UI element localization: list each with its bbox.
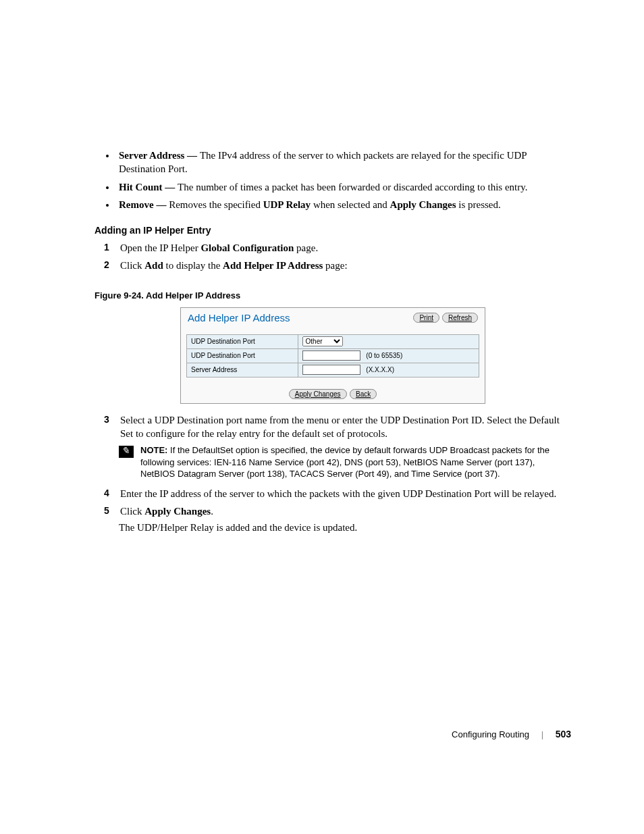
step-text: Click bbox=[120, 260, 144, 271]
step-number: 4 bbox=[104, 487, 109, 500]
field-cell: Other bbox=[298, 334, 479, 348]
screenshot-titlebar: Add Helper IP Address Print Refresh bbox=[181, 308, 485, 330]
list-item: Remove — Removes the specified UDP Relay… bbox=[116, 198, 571, 211]
step-number: 1 bbox=[104, 241, 109, 254]
text: is pressed. bbox=[456, 199, 501, 210]
note-label: NOTE: bbox=[140, 445, 167, 455]
subheading: Adding an IP Helper Entry bbox=[95, 225, 571, 236]
range-hint: (0 to 65535) bbox=[366, 352, 402, 359]
form-table: UDP Destination Port Other UDP Destinati… bbox=[186, 334, 479, 377]
note-block: NOTE: If the DefaultSet option is specif… bbox=[119, 444, 571, 480]
screenshot-panel: Add Helper IP Address Print Refresh UDP … bbox=[180, 307, 485, 404]
text-bold: Apply Changes bbox=[390, 199, 456, 210]
term: Server Address — bbox=[119, 150, 200, 161]
step-text: . bbox=[211, 506, 213, 517]
step-list-cont: 3 Select a UDP Destination port name fro… bbox=[95, 413, 571, 441]
field-cell: (X.X.X.X) bbox=[298, 363, 479, 377]
step-text: to display the bbox=[163, 260, 223, 271]
format-hint: (X.X.X.X) bbox=[366, 366, 394, 373]
table-row: Server Address (X.X.X.X) bbox=[187, 363, 479, 377]
page-number: 503 bbox=[556, 729, 571, 739]
step-text: Enter the IP address of the server to wh… bbox=[120, 488, 556, 499]
step-item: 3 Select a UDP Destination port name fro… bbox=[116, 413, 571, 441]
step-item: 1 Open the IP Helper Global Configuratio… bbox=[116, 241, 571, 255]
button-row: Apply Changes Back bbox=[181, 383, 485, 403]
text: Removes the specified bbox=[169, 199, 263, 210]
page-footer: Configuring Routing | 503 bbox=[452, 729, 571, 739]
step-text: page. bbox=[294, 242, 318, 253]
list-item: Server Address — The IPv4 address of the… bbox=[116, 149, 571, 176]
step-number: 5 bbox=[104, 504, 109, 517]
table-row: UDP Destination Port (0 to 65535) bbox=[187, 348, 479, 363]
step-text: Click bbox=[120, 506, 144, 517]
figure-caption: Figure 9-24. Add Helper IP Address bbox=[95, 290, 571, 301]
field-label: UDP Destination Port bbox=[187, 334, 298, 348]
server-address-input[interactable] bbox=[302, 365, 360, 375]
section-name: Configuring Routing bbox=[452, 729, 529, 739]
separator: | bbox=[541, 729, 543, 739]
screenshot-form: UDP Destination Port Other UDP Destinati… bbox=[181, 334, 485, 383]
text-bold: UDP Relay bbox=[263, 199, 311, 210]
udp-port-select[interactable]: Other bbox=[302, 336, 343, 346]
back-button[interactable]: Back bbox=[350, 389, 377, 399]
field-label: UDP Destination Port bbox=[187, 348, 298, 363]
step-list-cont2: 4 Enter the IP address of the server to … bbox=[95, 487, 571, 519]
step-text: Select a UDP Destination port name from … bbox=[120, 415, 560, 439]
note-text: If the DefaultSet option is specified, t… bbox=[140, 445, 549, 479]
step-bold: Global Configuration bbox=[200, 242, 294, 253]
step-number: 2 bbox=[104, 259, 109, 271]
field-cell: (0 to 65535) bbox=[298, 348, 479, 363]
step-text: Open the IP Helper bbox=[120, 242, 200, 253]
step-item: 4 Enter the IP address of the server to … bbox=[116, 487, 571, 500]
step-item: 2 Click Add to display the Add Helper IP… bbox=[116, 259, 571, 272]
document-page: Server Address — The IPv4 address of the… bbox=[0, 0, 644, 834]
step-item: 5 Click Apply Changes. bbox=[116, 504, 571, 518]
note-icon bbox=[119, 446, 134, 458]
text: when selected and bbox=[311, 199, 390, 210]
apply-changes-button[interactable]: Apply Changes bbox=[289, 389, 347, 399]
refresh-button[interactable]: Refresh bbox=[442, 313, 478, 323]
definition: The number of times a packet has been fo… bbox=[178, 182, 527, 192]
table-row: UDP Destination Port Other bbox=[187, 334, 479, 348]
field-label: Server Address bbox=[187, 363, 298, 377]
step-number: 3 bbox=[104, 413, 109, 426]
term: Remove — bbox=[119, 199, 169, 210]
step-bold: Apply Changes bbox=[144, 506, 211, 517]
definition-list: Server Address — The IPv4 address of the… bbox=[95, 149, 571, 211]
step-list: 1 Open the IP Helper Global Configuratio… bbox=[95, 241, 571, 273]
screenshot-actions: Print Refresh bbox=[413, 313, 478, 323]
note-content: NOTE: If the DefaultSet option is specif… bbox=[140, 444, 571, 480]
step-text: page: bbox=[323, 260, 347, 271]
list-item: Hit Count — The number of times a packet… bbox=[116, 180, 571, 194]
step-bold: Add Helper IP Address bbox=[223, 260, 323, 271]
screenshot-title: Add Helper IP Address bbox=[188, 312, 290, 323]
term: Hit Count — bbox=[119, 182, 178, 192]
step-bold: Add bbox=[144, 260, 163, 271]
print-button[interactable]: Print bbox=[413, 313, 439, 323]
followup-text: The UDP/Helper Relay is added and the de… bbox=[119, 522, 571, 533]
udp-port-input[interactable] bbox=[302, 350, 360, 361]
